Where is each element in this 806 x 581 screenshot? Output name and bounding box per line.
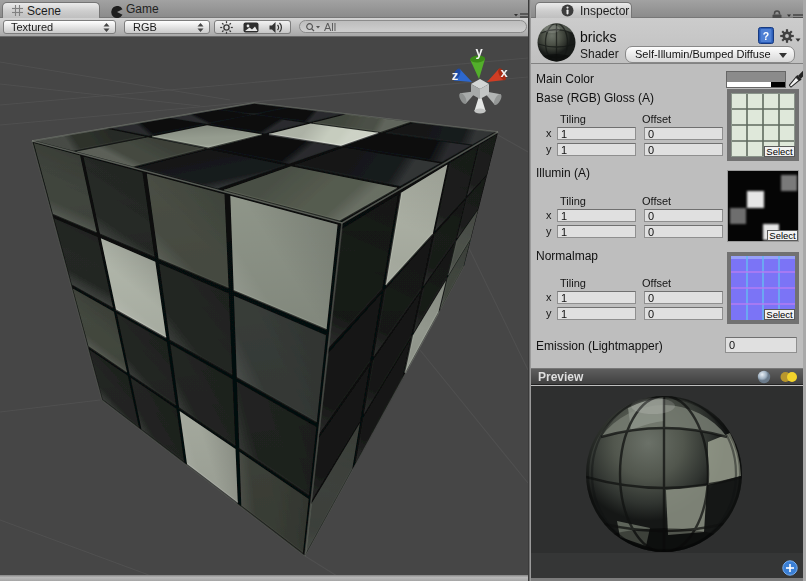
svg-text:y: y — [475, 44, 483, 59]
svg-text:x: x — [500, 65, 508, 80]
svg-text:z: z — [452, 68, 459, 83]
svg-text:?: ? — [763, 30, 769, 42]
